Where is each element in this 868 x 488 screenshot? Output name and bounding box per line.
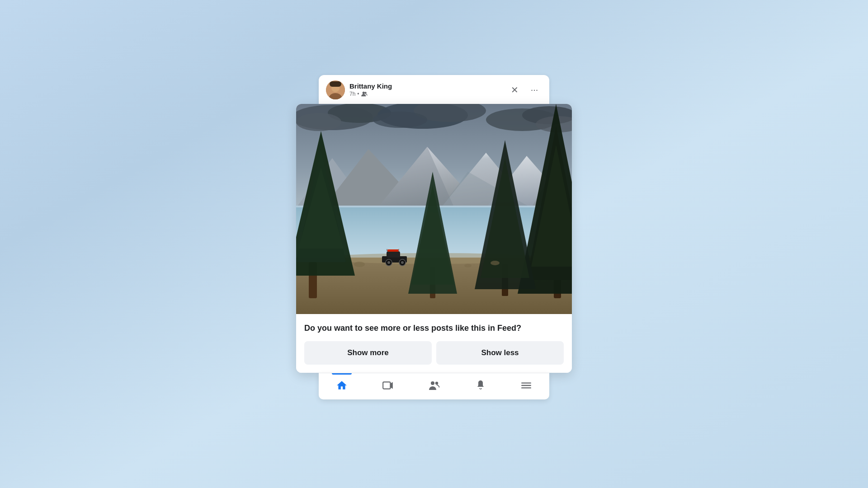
friends-nav-icon (428, 380, 441, 391)
svg-rect-45 (387, 249, 387, 251)
action-buttons: Show more Show less (304, 341, 564, 365)
bottom-nav (319, 373, 549, 399)
svg-rect-54 (383, 382, 390, 389)
svg-point-4 (362, 92, 364, 94)
svg-point-9 (296, 113, 341, 131)
svg-point-53 (491, 261, 500, 265)
landscape-svg (296, 104, 572, 314)
nav-item-notifications[interactable] (466, 377, 495, 394)
bell-icon (475, 380, 486, 391)
ellipsis-icon: ··· (531, 84, 538, 95)
nav-item-friends[interactable] (419, 377, 450, 394)
post-time: 7h (349, 91, 355, 97)
svg-point-52 (464, 264, 472, 267)
more-options-button[interactable]: ··· (527, 82, 542, 98)
home-icon (336, 380, 348, 391)
post-card: Do you want to see more or less posts li… (296, 104, 572, 373)
author-info: Brittany King 7h • (349, 82, 502, 97)
avatar (326, 80, 345, 99)
svg-rect-3 (330, 81, 341, 87)
close-icon: ✕ (511, 84, 519, 95)
author-name: Brittany King (349, 82, 502, 90)
svg-point-57 (435, 382, 438, 385)
post-image (296, 104, 572, 314)
menu-icon (520, 380, 532, 391)
svg-rect-44 (387, 249, 399, 252)
svg-point-50 (401, 261, 404, 264)
svg-point-5 (364, 92, 366, 94)
video-icon (382, 380, 394, 391)
svg-point-56 (431, 381, 434, 385)
svg-rect-43 (387, 251, 400, 258)
nav-item-home[interactable] (327, 377, 357, 394)
nav-item-menu[interactable] (511, 377, 541, 394)
svg-rect-46 (398, 249, 399, 251)
show-less-button[interactable]: Show less (436, 341, 564, 365)
svg-point-51 (354, 262, 365, 267)
post-content: Do you want to see more or less posts li… (296, 314, 572, 373)
post-question: Do you want to see more or less posts li… (304, 322, 564, 334)
svg-point-49 (387, 261, 390, 264)
show-more-button[interactable]: Show more (304, 341, 432, 365)
svg-point-12 (373, 112, 427, 128)
friends-icon (361, 91, 368, 97)
nav-item-video[interactable] (373, 377, 403, 394)
close-button[interactable]: ✕ (507, 82, 522, 98)
meta-sep: • (357, 91, 359, 97)
post-meta: 7h • (349, 91, 502, 97)
